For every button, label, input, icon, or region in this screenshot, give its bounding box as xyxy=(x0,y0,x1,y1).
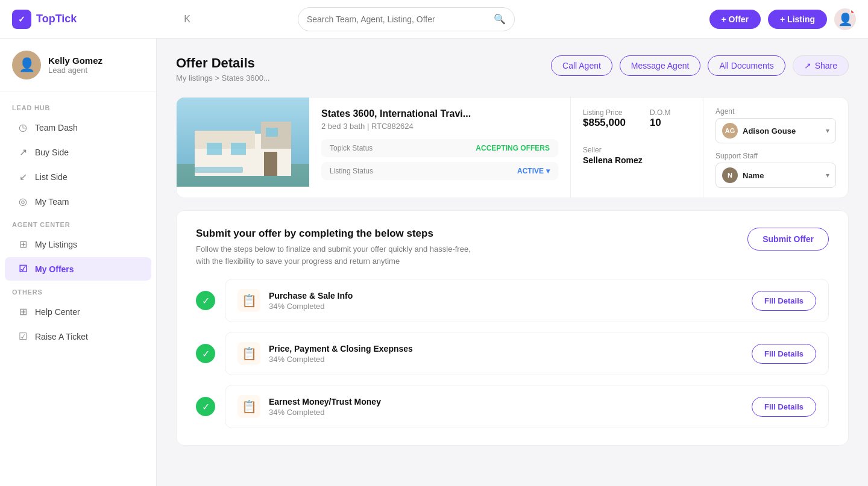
seller-name: Sellena Romez xyxy=(583,155,691,165)
step-check-1: ✓ xyxy=(196,291,215,310)
call-agent-button[interactable]: Call Agent xyxy=(551,55,612,76)
sidebar-item-my-listings[interactable]: ⊞ My Listings xyxy=(5,232,151,256)
nav-right: + Offer + Listing 👤 xyxy=(709,8,856,30)
step-check-2: ✓ xyxy=(196,344,215,363)
user-avatar-nav[interactable]: 👤 xyxy=(834,8,856,30)
search-input[interactable] xyxy=(307,14,489,24)
listing-card: States 3600, International Travi... 2 be… xyxy=(176,97,849,198)
message-agent-button[interactable]: Message Agent xyxy=(620,55,701,76)
section-label-agent-center: AGENT CENTER xyxy=(0,214,156,232)
support-staff-label: Support Staff xyxy=(715,152,836,160)
fill-details-button-2[interactable]: Fill Details xyxy=(752,344,816,364)
agent-select[interactable]: AG Adison Gouse ▾ xyxy=(715,118,836,143)
logo-icon: ✓ xyxy=(12,10,31,29)
step-name-3: Earnest Money/Trust Money xyxy=(269,397,381,407)
dom-block: D.O.M 10 xyxy=(650,108,671,129)
listing-info: States 3600, International Travi... 2 be… xyxy=(309,98,571,198)
logo-text: TopTick xyxy=(36,13,77,25)
step-card-1: 📋 Purchase & Sale Info 34% Completed Fil… xyxy=(225,279,829,322)
sidebar-item-label: My Team xyxy=(35,197,69,207)
svg-rect-8 xyxy=(264,152,277,176)
logo[interactable]: ✓ TopTick xyxy=(12,10,77,29)
sidebar-item-label: My Listings xyxy=(35,240,77,249)
chevron-down-icon: ▾ xyxy=(826,171,829,179)
svg-rect-6 xyxy=(231,143,246,155)
ticket-icon: ☑ xyxy=(17,331,29,342)
dom-label: D.O.M xyxy=(650,108,671,117)
sidebar-item-my-offers[interactable]: ☑ My Offers xyxy=(5,257,151,281)
share-button[interactable]: ↗ Share xyxy=(793,55,849,76)
svg-rect-5 xyxy=(207,143,222,155)
search-icon: 🔍 xyxy=(494,13,506,25)
step-row: ✓ 📋 Earnest Money/Trust Money 34% Comple… xyxy=(196,385,829,428)
listing-prices: Listing Price $855,000 D.O.M 10 Seller S… xyxy=(571,98,703,198)
agent-row: Agent AG Adison Gouse ▾ xyxy=(715,107,836,143)
help-icon: ⊞ xyxy=(17,306,29,317)
fill-details-button-3[interactable]: Fill Details xyxy=(752,397,816,417)
notification-dot xyxy=(850,8,856,14)
fill-details-button-1[interactable]: Fill Details xyxy=(752,291,816,311)
topick-status-value: ACCEPTING OFFERS xyxy=(476,144,550,152)
steps-subtitle: Follow the steps below to finalize and s… xyxy=(196,243,471,267)
sidebar-item-team-dash[interactable]: ◷ Team Dash xyxy=(5,116,151,139)
topick-status-label: Topick Status xyxy=(330,144,373,152)
steps-list: ✓ 📋 Purchase & Sale Info 34% Completed F… xyxy=(196,279,829,428)
sidebar-item-label: Team Dash xyxy=(35,123,78,132)
collapse-button[interactable]: K xyxy=(179,11,196,28)
support-staff-select-left: N Name xyxy=(722,167,764,183)
add-offer-button[interactable]: + Offer xyxy=(709,10,761,29)
user-role: Lead agent xyxy=(48,66,102,75)
sidebar-item-label: My Offers xyxy=(35,264,74,274)
step-percent-2: 34% Completed xyxy=(269,355,413,364)
topick-status-row: Topick Status ACCEPTING OFFERS xyxy=(321,139,558,157)
breadcrumb: My listings > States 3600... xyxy=(176,73,270,83)
page-actions: Call Agent Message Agent All Documents ↗… xyxy=(551,55,849,76)
listing-agent-panel: Agent AG Adison Gouse ▾ Support Staff N xyxy=(703,98,848,198)
steps-section: Submit your offer by completing the belo… xyxy=(176,210,849,446)
sidebar: 👤 Kelly Gomez Lead agent LEAD HUB ◷ Team… xyxy=(0,39,157,486)
listing-status-row: Listing Status ACTIVE ▾ xyxy=(321,162,558,180)
step-name-1: Purchase & Sale Info xyxy=(269,291,353,301)
svg-rect-7 xyxy=(266,128,278,137)
steps-header: Submit your offer by completing the belo… xyxy=(196,228,829,267)
search-bar[interactable]: 🔍 xyxy=(298,7,515,31)
user-info: Kelly Gomez Lead agent xyxy=(48,55,102,75)
property-details: 2 bed 3 bath | RTC882624 xyxy=(321,122,558,131)
arrow-down-icon: ↙ xyxy=(17,171,29,182)
team-icon: ◎ xyxy=(17,196,29,207)
support-staff-select[interactable]: N Name ▾ xyxy=(715,163,836,188)
sidebar-item-help-center[interactable]: ⊞ Help Center xyxy=(5,300,151,323)
step-percent-1: 34% Completed xyxy=(269,302,353,311)
agent-select-left: AG Adison Gouse xyxy=(722,123,796,139)
submit-offer-button[interactable]: Submit Offer xyxy=(747,228,829,251)
main-content: Offer Details My listings > States 3600.… xyxy=(157,39,868,486)
sidebar-item-buy-side[interactable]: ↗ Buy Side xyxy=(5,140,151,164)
listing-image xyxy=(177,98,309,187)
support-staff-row: Support Staff N Name ▾ xyxy=(715,152,836,188)
sidebar-item-raise-ticket[interactable]: ☑ Raise A Ticket xyxy=(5,325,151,348)
sidebar-item-list-side[interactable]: ↙ List Side xyxy=(5,165,151,188)
listing-price-value: $855,000 xyxy=(583,117,626,129)
user-card: 👤 Kelly Gomez Lead agent xyxy=(0,39,156,92)
listing-status-label: Listing Status xyxy=(330,167,373,175)
topnav: ✓ TopTick K 🔍 + Offer + Listing 👤 xyxy=(0,0,868,39)
offers-icon: ☑ xyxy=(17,263,29,275)
step-info-2: Price, Payment & Closing Exepnses 34% Co… xyxy=(269,344,413,364)
listing-price-label: Listing Price xyxy=(583,108,626,117)
arrow-up-icon: ↗ xyxy=(17,146,29,158)
step-icon-3: 📋 xyxy=(237,395,260,418)
user-name: Kelly Gomez xyxy=(48,55,102,66)
clock-icon: ◷ xyxy=(17,122,29,133)
step-percent-3: 34% Completed xyxy=(269,408,381,417)
all-documents-button[interactable]: All Documents xyxy=(708,55,785,76)
property-name: States 3600, International Travi... xyxy=(321,108,558,119)
sidebar-item-label: Buy Side xyxy=(35,148,69,157)
seller-label: Seller xyxy=(583,146,691,154)
sidebar-item-label: List Side xyxy=(35,172,68,182)
step-row: ✓ 📋 Price, Payment & Closing Exepnses 34… xyxy=(196,332,829,375)
sidebar-item-my-team[interactable]: ◎ My Team xyxy=(5,190,151,213)
support-staff-avatar: N xyxy=(722,167,738,183)
step-row: ✓ 📋 Purchase & Sale Info 34% Completed F… xyxy=(196,279,829,322)
svg-rect-9 xyxy=(195,167,243,173)
add-listing-button[interactable]: + Listing xyxy=(768,10,827,29)
